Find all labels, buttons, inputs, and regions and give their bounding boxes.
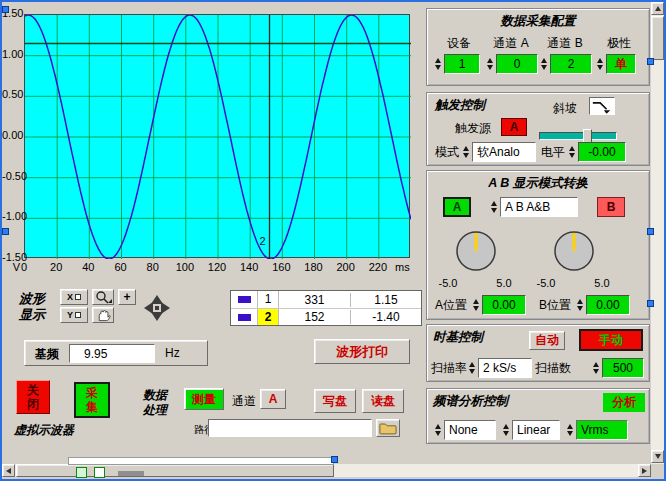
- scroll-left-button[interactable]: [2, 464, 15, 477]
- scroll-down-button[interactable]: [651, 450, 664, 463]
- panel-title: 频谱分析控制: [433, 393, 508, 410]
- selection-handle[interactable]: [647, 58, 654, 65]
- scan-rate-select[interactable]: 2 kS/s: [478, 358, 532, 378]
- x-tick-label: 220: [363, 261, 393, 273]
- cursor-tool-button[interactable]: +: [118, 289, 136, 305]
- x-scale-lock-button[interactable]: X: [60, 289, 88, 305]
- selection-handle[interactable]: [647, 228, 654, 235]
- trigger-level-slider[interactable]: [539, 132, 617, 140]
- scroll-up-button[interactable]: [651, 2, 664, 15]
- falling-edge-icon: [591, 99, 613, 114]
- panel-title: A B 显示模式转换: [427, 175, 649, 192]
- x-tick-label: 200: [331, 261, 361, 273]
- channel-a-toggle-button[interactable]: A: [443, 197, 471, 217]
- waveform-graph[interactable]: 2: [24, 14, 410, 258]
- cursor-row-1[interactable]: 1 331 1.15: [231, 291, 421, 308]
- file-path-input[interactable]: [208, 419, 372, 437]
- slope-button[interactable]: [589, 97, 615, 115]
- channel-label: 通道: [232, 393, 256, 410]
- manual-button[interactable]: 手动: [579, 329, 643, 351]
- channel-a-header: 通道 A: [485, 35, 537, 52]
- channel-b-value[interactable]: 2: [550, 54, 592, 74]
- background-window-fragment: [118, 471, 144, 476]
- mode-spinner[interactable]: [461, 143, 471, 161]
- panel-title: 触发控制: [435, 97, 485, 114]
- y-lock-icon: [75, 312, 81, 318]
- trigger-source-button[interactable]: A: [501, 118, 527, 136]
- y-tick-label: 0.50: [2, 88, 22, 100]
- scan-count-value[interactable]: 500: [602, 358, 644, 378]
- scale-spinner[interactable]: [501, 421, 511, 439]
- y-tick-label: 0.00: [2, 129, 22, 141]
- level-spinner[interactable]: [567, 143, 577, 161]
- scrollbar-corner: [651, 464, 664, 479]
- y-axis-unit: V: [4, 261, 20, 273]
- selection-handle[interactable]: [2, 228, 9, 235]
- b-position-value[interactable]: 0.00: [586, 295, 630, 315]
- cursor-row-2[interactable]: 2 152 -1.40: [231, 308, 421, 325]
- slider-thumb[interactable]: [583, 129, 592, 143]
- write-disk-button[interactable]: 写盘: [314, 389, 356, 413]
- channel-b-spinner[interactable]: [539, 55, 549, 73]
- waveform-plot: 2: [25, 15, 411, 259]
- b-position-spinner[interactable]: [575, 296, 585, 314]
- left-arrow-icon: [6, 468, 11, 474]
- polarity-spinner[interactable]: [595, 55, 605, 73]
- device-value[interactable]: 1: [444, 54, 480, 74]
- fundamental-frequency-panel: 基频 9.95 Hz: [24, 340, 208, 366]
- measure-button[interactable]: 测量: [184, 388, 224, 410]
- channel-select-button[interactable]: A: [260, 389, 286, 409]
- panel-title: 时基控制: [433, 329, 483, 346]
- cursor-legend[interactable]: 1 331 1.15 2 152 -1.40: [230, 290, 422, 326]
- a-position-value[interactable]: 0.00: [482, 295, 526, 315]
- scale-select[interactable]: Linear: [512, 420, 560, 440]
- selection-handle[interactable]: [647, 300, 654, 307]
- unit-select[interactable]: Vrms: [576, 420, 628, 440]
- auto-button[interactable]: 自动: [529, 331, 565, 350]
- analyze-button[interactable]: 分析: [603, 393, 645, 412]
- folder-icon: [379, 422, 397, 435]
- ab-mode-select[interactable]: A B A&B: [500, 197, 578, 217]
- cursor-x-value: 152: [279, 310, 351, 324]
- a-position-knob[interactable]: [443, 225, 509, 275]
- vertical-scroll-thumb[interactable]: [651, 16, 664, 60]
- read-disk-button[interactable]: 读盘: [362, 389, 404, 413]
- browse-button[interactable]: [376, 419, 400, 437]
- channel-a-spinner[interactable]: [485, 55, 495, 73]
- waveform-print-button[interactable]: 波形打印: [314, 339, 410, 364]
- scan-rate-spinner[interactable]: [467, 359, 477, 377]
- selection-handle[interactable]: [331, 456, 338, 463]
- scroll-right-button[interactable]: [638, 464, 651, 477]
- a-position-spinner[interactable]: [471, 296, 481, 314]
- trigger-source-label: 触发源: [455, 120, 491, 137]
- knob-b-max-label: 5.0: [587, 277, 617, 289]
- right-arrow-icon: [642, 468, 647, 474]
- y-scale-lock-button[interactable]: Y: [60, 307, 88, 323]
- device-spinner[interactable]: [433, 55, 443, 73]
- horizontal-scroll-thumb[interactable]: [16, 464, 334, 477]
- fundamental-frequency-unit: Hz: [165, 346, 180, 360]
- cursor-y-value: 1.15: [351, 293, 421, 307]
- up-arrow-icon: [655, 6, 661, 11]
- polarity-value[interactable]: 单: [606, 54, 636, 74]
- zoom-tool-button[interactable]: [92, 289, 114, 305]
- close-button[interactable]: 关闭: [16, 380, 50, 414]
- a-position-label: A位置: [435, 297, 467, 314]
- channel-b-toggle-button[interactable]: B: [597, 197, 625, 217]
- window-select[interactable]: None: [444, 420, 496, 440]
- diamond-pad-icon: [142, 293, 172, 323]
- window-spinner[interactable]: [433, 421, 443, 439]
- trigger-mode-select[interactable]: 软Analo: [472, 142, 536, 162]
- selection-handle[interactable]: [2, 6, 9, 13]
- ab-mode-spinner[interactable]: [489, 198, 499, 216]
- acquire-button[interactable]: 采集: [74, 382, 110, 418]
- cursor-mover-pad[interactable]: [142, 293, 172, 323]
- background-window-fragment: [68, 457, 334, 465]
- x-tick-label: 120: [202, 261, 232, 273]
- trigger-level-value[interactable]: -0.00: [578, 142, 626, 162]
- unit-spinner[interactable]: [565, 421, 575, 439]
- channel-a-value[interactable]: 0: [496, 54, 538, 74]
- pan-tool-button[interactable]: [92, 307, 114, 323]
- scan-count-spinner[interactable]: [591, 359, 601, 377]
- b-position-knob[interactable]: [541, 225, 607, 275]
